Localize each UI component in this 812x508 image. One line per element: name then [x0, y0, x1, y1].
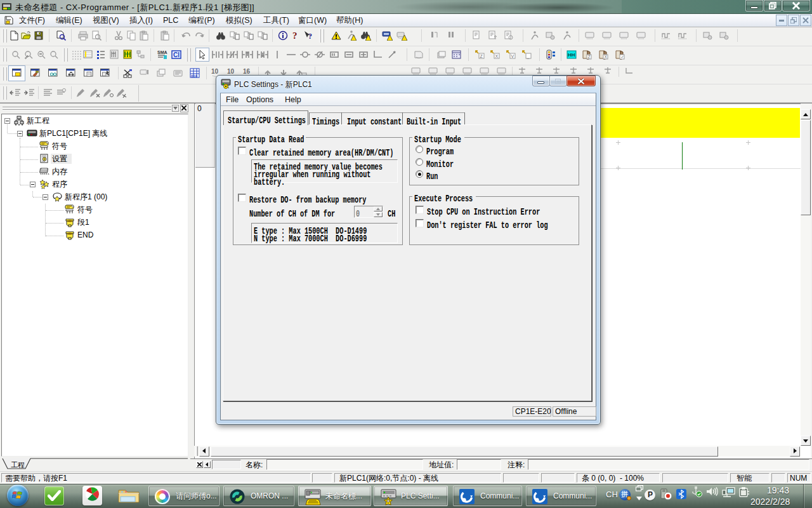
svg-text:Z: Z — [588, 55, 591, 59]
svg-text:?: ? — [308, 32, 312, 41]
svg-text:CI: CI — [173, 51, 180, 58]
svg-text:V: V — [511, 54, 514, 58]
svg-text:HH: HH — [568, 52, 575, 58]
svg-text:10: 10 — [227, 68, 235, 75]
svg-text:010: 010 — [191, 74, 198, 78]
svg-text:10: 10 — [211, 68, 219, 75]
svg-text:16: 16 — [243, 68, 251, 75]
svg-text:Z: Z — [480, 54, 483, 58]
svg-text:X: X — [495, 54, 499, 58]
svg-text:✓: ✓ — [621, 55, 624, 59]
svg-text:_: _ — [527, 54, 530, 59]
svg-text:?: ? — [292, 30, 298, 41]
svg-text:X: X — [605, 55, 608, 59]
svg-text:SMA: SMA — [157, 50, 167, 55]
